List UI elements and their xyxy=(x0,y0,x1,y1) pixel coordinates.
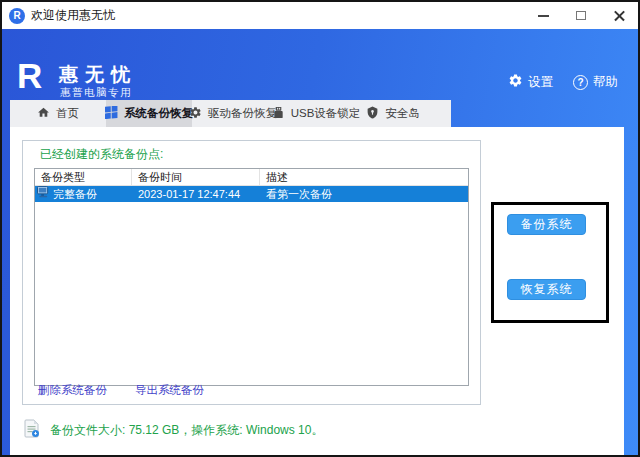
app-badge-letter: R xyxy=(13,10,20,21)
close-button[interactable] xyxy=(600,2,638,29)
settings-button[interactable]: 设置 xyxy=(508,73,553,91)
help-label: 帮助 xyxy=(593,74,618,91)
backup-links: 删除系统备份 导出系统备份 xyxy=(38,383,204,398)
tab-label: 系统备份恢复 xyxy=(124,106,193,121)
backup-points-section-label: 已经创建的系统备份点: xyxy=(38,146,165,163)
column-header-description[interactable]: 描述 xyxy=(260,169,468,185)
backup-points-panel: 已经创建的系统备份点: 备份类型 备份时间 描述 完整备份 xyxy=(22,140,481,405)
gear-icon xyxy=(189,106,202,121)
maximize-button[interactable] xyxy=(562,2,600,29)
tab-label: USB设备锁定 xyxy=(291,106,361,121)
usb-icon xyxy=(272,106,285,121)
status-text: 备份文件大小: 75.12 GB，操作系统: Windows 10。 xyxy=(50,422,323,439)
app-window: R 欢迎使用惠无忧 R 惠无忧 惠普电脑专用 设置 ? 帮助 xyxy=(0,0,640,457)
cell-backup-type: 完整备份 xyxy=(35,186,132,202)
tab-label: 安全岛 xyxy=(385,106,420,121)
tab-home[interactable]: 首页 xyxy=(10,100,106,127)
maximize-icon xyxy=(576,11,586,20)
app-badge-icon: R xyxy=(9,8,25,24)
backup-points-table: 备份类型 备份时间 描述 完整备份 2023-01-17 12:47:44 看第… xyxy=(34,168,469,386)
table-header-row: 备份类型 备份时间 描述 xyxy=(35,169,468,186)
delete-backup-link[interactable]: 删除系统备份 xyxy=(38,383,107,398)
header-actions: 设置 ? 帮助 xyxy=(508,73,618,91)
backup-file-icon xyxy=(24,419,40,442)
help-button[interactable]: ? 帮助 xyxy=(573,73,618,91)
tab-label: 首页 xyxy=(56,106,79,121)
window-controls xyxy=(524,2,638,29)
title-bar: R 欢迎使用惠无忧 xyxy=(2,2,638,29)
backup-type-text: 完整备份 xyxy=(53,186,97,202)
gear-icon xyxy=(508,73,523,91)
cell-backup-time: 2023-01-17 12:47:44 xyxy=(132,186,260,202)
tab-label: 驱动备份恢复 xyxy=(208,106,277,121)
close-icon xyxy=(613,9,626,22)
tab-system-backup-restore[interactable]: 系统备份恢复 xyxy=(106,100,192,127)
home-icon xyxy=(37,106,50,121)
restore-system-button[interactable]: 恢复系统 xyxy=(507,279,586,300)
export-backup-link[interactable]: 导出系统备份 xyxy=(135,383,204,398)
minimize-icon xyxy=(538,15,549,17)
window-title: 欢迎使用惠无忧 xyxy=(31,7,115,24)
tab-driver-backup-restore[interactable]: 驱动备份恢复 xyxy=(192,100,274,127)
shield-icon xyxy=(366,106,379,121)
settings-label: 设置 xyxy=(528,74,553,91)
cell-description: 看第一次备份 xyxy=(260,186,468,202)
app-logo-icon: R xyxy=(17,58,40,93)
window-frame: R 惠无忧 惠普电脑专用 设置 ? 帮助 首页 xyxy=(2,29,638,455)
main-content: 已经创建的系统备份点: 备份类型 备份时间 描述 完整备份 xyxy=(10,127,624,457)
windows-icon xyxy=(105,106,118,121)
computer-icon xyxy=(37,186,50,202)
tab-usb-device-lock[interactable]: USB设备锁定 xyxy=(274,100,358,127)
tab-security-island[interactable]: 安全岛 xyxy=(358,100,428,127)
minimize-button[interactable] xyxy=(524,2,562,29)
column-header-backup-time[interactable]: 备份时间 xyxy=(132,169,260,185)
table-row[interactable]: 完整备份 2023-01-17 12:47:44 看第一次备份 xyxy=(35,186,468,202)
app-name: 惠无忧 xyxy=(59,62,137,88)
app-subtitle: 惠普电脑专用 xyxy=(60,86,132,100)
status-bar: 备份文件大小: 75.12 GB，操作系统: Windows 10。 xyxy=(24,419,323,442)
backup-system-button[interactable]: 备份系统 xyxy=(507,214,586,235)
tab-bar: 首页 系统备份恢复 驱动备份恢复 USB设备锁定 xyxy=(10,100,451,127)
column-header-backup-type[interactable]: 备份类型 xyxy=(35,169,132,185)
question-icon: ? xyxy=(573,75,588,90)
